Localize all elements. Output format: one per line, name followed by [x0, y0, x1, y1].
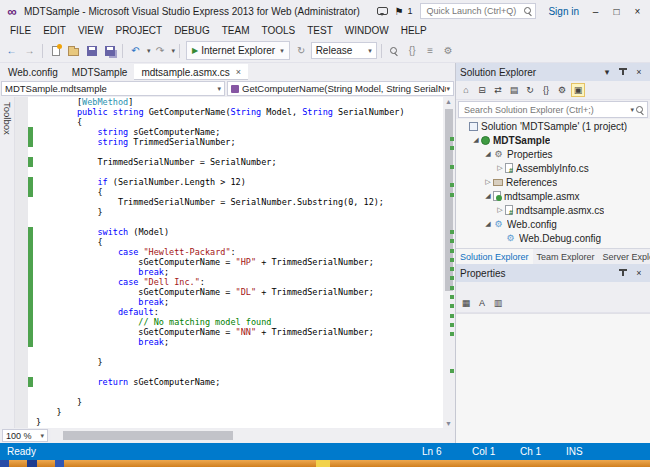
- menu-item-test[interactable]: TEST: [301, 24, 339, 37]
- tree-item[interactable]: ▷References: [456, 175, 650, 189]
- menu-item-help[interactable]: HELP: [395, 24, 433, 37]
- toolbox-tab[interactable]: Toolbox: [0, 97, 15, 428]
- view-code-icon[interactable]: {}: [539, 83, 553, 97]
- member-dropdown[interactable]: GetComputerName(String Model, String Ser…: [227, 81, 454, 96]
- tree-collapsed-icon[interactable]: ▷: [495, 206, 505, 214]
- taskbar-item[interactable]: [316, 460, 330, 467]
- list-icon[interactable]: ≡: [422, 42, 439, 59]
- menu-item-team[interactable]: TEAM: [216, 24, 256, 37]
- property-pages-icon[interactable]: ▥: [491, 296, 505, 310]
- taskbar-item[interactable]: [55, 460, 64, 467]
- sign-in-link[interactable]: Sign in: [548, 6, 579, 17]
- tab-mdtsample[interactable]: MDTSample: [65, 64, 135, 80]
- tree-expanded-icon[interactable]: ◢: [471, 136, 481, 144]
- preview-selected-icon[interactable]: ▣: [571, 83, 585, 97]
- tree-item[interactable]: ⚙Web.Debug.config: [456, 231, 650, 245]
- configuration-combo[interactable]: Release ▾: [311, 42, 377, 59]
- tree-item[interactable]: Solution 'MDTSample' (1 project): [456, 119, 650, 133]
- categorized-icon[interactable]: ▦: [459, 296, 473, 310]
- save-icon[interactable]: [83, 42, 100, 59]
- menu-item-debug[interactable]: DEBUG: [168, 24, 216, 37]
- properties-window-icon[interactable]: ⚙: [555, 83, 569, 97]
- editor-hscrollbar[interactable]: [51, 429, 453, 442]
- tab-mdtsample.asmx.cs[interactable]: mdtsample.asmx.cs×: [134, 64, 248, 80]
- hscrollbar-thumb[interactable]: [63, 431, 233, 440]
- menu-item-view[interactable]: VIEW: [72, 24, 110, 37]
- menu-item-project[interactable]: PROJECT: [109, 24, 168, 37]
- properties-pin-icon[interactable]: [616, 267, 630, 279]
- tree-item[interactable]: ⚙Web.Release.config: [456, 245, 650, 248]
- pin-icon[interactable]: [616, 66, 630, 78]
- window-position-icon[interactable]: ▾: [600, 67, 614, 77]
- menu-item-edit[interactable]: EDIT: [37, 24, 72, 37]
- tree-item[interactable]: ◢⚙Properties: [456, 147, 650, 161]
- zoom-combo[interactable]: 100 % ▾: [2, 429, 48, 442]
- save-all-icon[interactable]: [101, 42, 118, 59]
- notification-count[interactable]: 1: [407, 6, 412, 16]
- run-target-label: Internet Explorer: [201, 45, 275, 56]
- options-gear-icon[interactable]: ⚙: [440, 42, 457, 59]
- tab-close-icon[interactable]: ×: [236, 67, 241, 77]
- sync-icon[interactable]: ⇄: [491, 83, 505, 97]
- maximize-button[interactable]: □: [608, 6, 625, 17]
- taskbar-item[interactable]: [27, 460, 37, 467]
- quick-launch-input[interactable]: [424, 5, 524, 17]
- tree-expanded-icon[interactable]: ◢: [483, 220, 493, 228]
- browser-refresh-icon[interactable]: ↻: [293, 42, 310, 59]
- change-bar: [28, 377, 33, 387]
- close-panel-icon[interactable]: ×: [632, 67, 646, 77]
- collapse-all-icon[interactable]: ⊟: [475, 83, 489, 97]
- taskbar-item[interactable]: [0, 460, 9, 467]
- open-file-icon[interactable]: [65, 42, 82, 59]
- editor-vscrollbar[interactable]: [443, 97, 455, 428]
- tree-item[interactable]: ◢mdtsample.asmx: [456, 189, 650, 203]
- tree-expanded-icon[interactable]: ◢: [483, 192, 493, 200]
- menu-item-file[interactable]: FILE: [4, 24, 37, 37]
- code-braces-icon[interactable]: {}: [404, 42, 421, 59]
- find-icon[interactable]: [386, 42, 403, 59]
- feedback-icon[interactable]: [377, 7, 388, 15]
- redo-dropdown-icon[interactable]: ▾: [172, 47, 176, 55]
- start-debug-button[interactable]: ▶ Internet Explorer ▾: [186, 41, 290, 60]
- se-search-dropdown-icon[interactable]: ▾: [630, 106, 634, 114]
- properties-toolbar: ▦A▥: [456, 294, 650, 313]
- menu-item-tools[interactable]: TOOLS: [255, 24, 301, 37]
- home-icon[interactable]: ⌂: [459, 83, 473, 97]
- tree-item[interactable]: ▷AssemblyInfo.cs: [456, 161, 650, 175]
- quick-launch-box[interactable]: [420, 3, 536, 19]
- config-icon: ⚙: [505, 248, 516, 249]
- undo-dropdown-icon[interactable]: ▾: [147, 47, 151, 55]
- show-all-files-icon[interactable]: ▤: [507, 83, 521, 97]
- tree-collapsed-icon[interactable]: ▷: [495, 164, 505, 172]
- tab-web.config[interactable]: Web.config: [1, 64, 65, 80]
- code-line: if (SerialNumber.Length > 12): [36, 177, 443, 187]
- refresh-icon[interactable]: ↻: [523, 83, 537, 97]
- properties-close-icon[interactable]: ×: [632, 268, 646, 278]
- panel-tab-solution-explorer[interactable]: Solution Explorer: [456, 249, 533, 264]
- tree-item[interactable]: ▷mdtsample.asmx.cs: [456, 203, 650, 217]
- tree-item[interactable]: ◢⚙Web.config: [456, 217, 650, 231]
- redo-icon[interactable]: ↷: [152, 42, 169, 59]
- panel-tab-server-explorer[interactable]: Server Explorer: [599, 249, 650, 264]
- alphabetical-icon[interactable]: A: [475, 296, 489, 310]
- type-dropdown[interactable]: MDTSample.mdtsample ▾: [1, 81, 225, 96]
- cursor-column: Col 1: [472, 446, 520, 457]
- windows-taskbar[interactable]: [0, 460, 650, 467]
- se-search-box[interactable]: ▾: [458, 101, 648, 118]
- close-button[interactable]: ×: [629, 6, 646, 17]
- undo-icon[interactable]: ↶: [127, 42, 144, 59]
- navigate-forward-icon[interactable]: →: [21, 42, 38, 59]
- notifications-flag-icon[interactable]: ⚑: [394, 6, 403, 17]
- navigate-backward-icon[interactable]: ←: [3, 42, 20, 59]
- code-area[interactable]: [WebMethod] public string GetComputerNam…: [34, 97, 443, 428]
- tree-expanded-icon[interactable]: ◢: [483, 150, 493, 158]
- tree-item[interactable]: ◢MDTSample: [456, 133, 650, 147]
- menu-item-window[interactable]: WINDOW: [339, 24, 395, 37]
- se-search-input[interactable]: [462, 104, 626, 116]
- breakpoint-margin[interactable]: [15, 97, 28, 428]
- panel-tab-team-explorer[interactable]: Team Explorer: [533, 249, 599, 264]
- tree-collapsed-icon[interactable]: ▷: [483, 178, 493, 186]
- minimize-button[interactable]: –: [587, 6, 604, 17]
- change-tick: [450, 369, 454, 373]
- new-file-icon[interactable]: [47, 42, 64, 59]
